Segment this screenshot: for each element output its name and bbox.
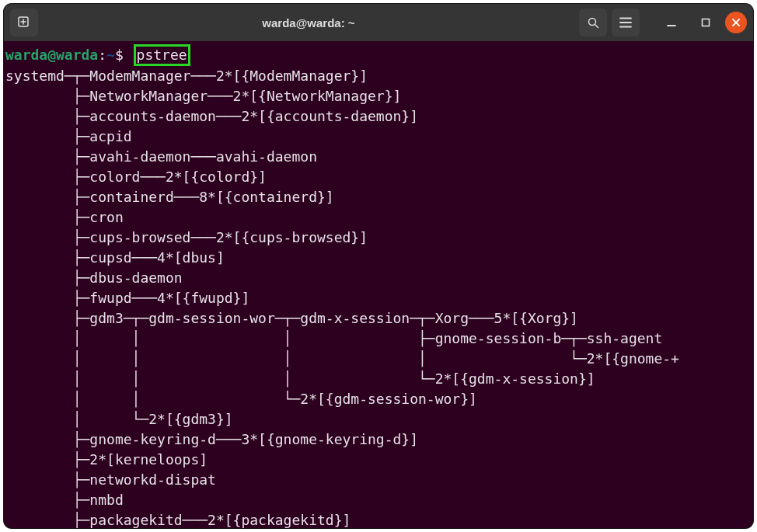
prompt-path: ~ bbox=[106, 47, 115, 63]
svg-point-1 bbox=[589, 19, 596, 26]
tree-line: │ │ │ └─2*[{gdm-x-session}] bbox=[5, 369, 753, 389]
highlighted-command: pstree bbox=[134, 44, 190, 66]
search-icon bbox=[587, 16, 599, 29]
prompt-dollar: $ bbox=[115, 47, 124, 63]
tree-line: │ │ │ │ └─2*[{gnome-+ bbox=[5, 349, 753, 369]
tree-line: │ │ └─2*[{gdm-session-wor}] bbox=[5, 389, 753, 409]
close-button[interactable] bbox=[725, 12, 747, 33]
tree-line: systemd─┬─ModemManager───2*[{ModemManage… bbox=[5, 66, 753, 86]
prompt-user-host: warda@warda bbox=[5, 47, 98, 63]
tree-line: ├─nmbd bbox=[5, 490, 753, 510]
close-icon bbox=[731, 18, 741, 27]
titlebar: warda@warda: ~ bbox=[4, 4, 753, 41]
tree-line: ├─NetworkManager───2*[{NetworkManager}] bbox=[5, 86, 753, 106]
svg-rect-2 bbox=[703, 19, 710, 26]
tree-line: ├─avahi-daemon───avahi-daemon bbox=[5, 147, 753, 167]
tree-line: ├─cron bbox=[5, 207, 753, 228]
new-tab-button[interactable] bbox=[10, 9, 38, 37]
tree-line: │ └─2*[{gdm3}] bbox=[5, 409, 753, 429]
tree-line: ├─acpid bbox=[5, 127, 753, 147]
tree-line: ├─fwupd───4*[{fwupd}] bbox=[5, 288, 753, 308]
prompt-line: warda@warda:~$ pstree bbox=[5, 44, 753, 66]
window-title: warda@warda: ~ bbox=[38, 16, 579, 30]
tree-line: ├─dbus-daemon bbox=[5, 268, 753, 288]
maximize-icon bbox=[701, 18, 710, 27]
prompt-sep1: : bbox=[98, 47, 106, 63]
minimize-icon bbox=[666, 17, 677, 28]
pstree-output: systemd─┬─ModemManager───2*[{ModemManage… bbox=[5, 66, 753, 528]
tree-line: ├─networkd-dispat bbox=[5, 470, 753, 490]
terminal-window: warda@warda: ~ bbox=[4, 4, 753, 528]
tree-line: ├─2*[kerneloops] bbox=[5, 450, 753, 470]
hamburger-icon bbox=[619, 17, 632, 28]
terminal-scroll-region[interactable]: warda@warda:~$ pstreesystemd─┬─ModemMana… bbox=[4, 41, 753, 528]
menu-button[interactable] bbox=[612, 9, 640, 37]
terminal-content: warda@warda:~$ pstreesystemd─┬─ModemMana… bbox=[4, 41, 753, 528]
tree-line: ├─packagekitd───2*[{packagekitd}] bbox=[5, 510, 753, 528]
search-button[interactable] bbox=[579, 9, 607, 37]
maximize-button[interactable] bbox=[691, 11, 720, 34]
minimize-button[interactable] bbox=[657, 11, 686, 34]
tree-line: ├─cupsd───4*[dbus] bbox=[5, 248, 753, 268]
new-tab-icon bbox=[17, 16, 31, 30]
tree-line: ├─accounts-daemon───2*[{accounts-daemon}… bbox=[5, 106, 753, 127]
tree-line: ├─gnome-keyring-d───3*[{gnome-keyring-d}… bbox=[5, 429, 753, 450]
tree-line: │ │ │ ├─gnome-session-b─┬─ssh-agent bbox=[5, 329, 753, 349]
tree-line: ├─gdm3─┬─gdm-session-wor─┬─gdm-x-session… bbox=[5, 308, 753, 329]
tree-line: ├─cups-browsed───2*[{cups-browsed}] bbox=[5, 228, 753, 248]
tree-line: ├─colord───2*[{colord}] bbox=[5, 167, 753, 187]
terminal-viewport: warda@warda:~$ pstreesystemd─┬─ModemMana… bbox=[4, 41, 753, 528]
tree-line: ├─containerd───8*[{containerd}] bbox=[5, 187, 753, 207]
